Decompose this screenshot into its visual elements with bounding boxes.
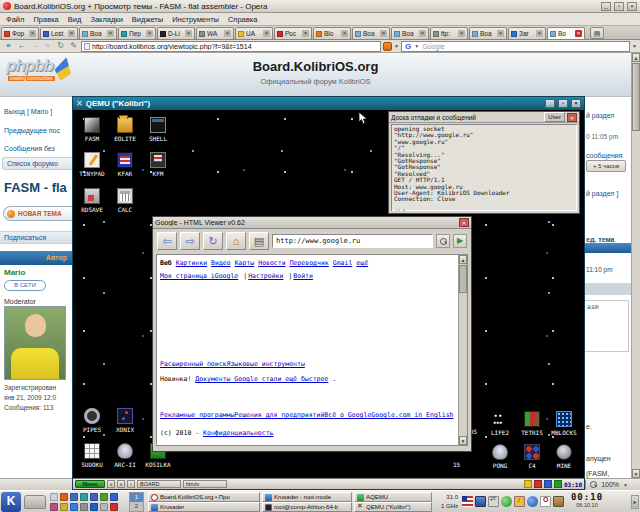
close-icon[interactable]: × — [627, 2, 637, 11]
show-desktop-icon[interactable] — [24, 495, 46, 509]
quick-launch-icon[interactable] — [70, 503, 78, 511]
scroll-up-icon[interactable] — [632, 53, 640, 62]
browser-tab[interactable]: Пер — [118, 27, 156, 39]
search-engine-dropdown-icon[interactable]: ▼ — [414, 43, 419, 49]
quick-launch-icon[interactable] — [50, 493, 58, 501]
desktop-icon-pong[interactable]: PONG — [482, 444, 518, 469]
kolibri-cpu-meter-icon[interactable] — [554, 480, 562, 488]
previous-post-link[interactable]: Предыдущее пос — [4, 127, 60, 134]
back-button[interactable] — [16, 41, 27, 52]
kolibri-task-button[interactable]: BOARD — [137, 480, 181, 488]
address-dropdown-icon[interactable]: ▼ — [394, 43, 399, 49]
subscribe-link[interactable]: Подписаться — [0, 231, 72, 244]
viewer-back-button[interactable] — [157, 232, 177, 250]
browser-tab[interactable]: Boa — [469, 27, 507, 39]
task-button[interactable]: Krusader — [148, 502, 260, 512]
kolibri-task-button[interactable]: htmlv — [183, 480, 227, 488]
viewer-new-page-button[interactable] — [249, 232, 269, 250]
html-viewer-titlebar[interactable]: Google - HTML Viewer v0.62 — [153, 217, 471, 229]
rewind-button[interactable] — [3, 41, 14, 52]
google-nav-link[interactable]: Картинки — [176, 259, 207, 267]
desktop-icon-tinypad[interactable]: TINYPAD — [74, 152, 110, 177]
kolibri-restore-all-icon[interactable]: ∧ — [117, 480, 125, 488]
feed-icon[interactable] — [383, 42, 392, 51]
desktop-icon-life2[interactable]: LIFE2 — [482, 411, 518, 436]
promo-link[interactable]: Документы Google стали ещё быстрее — [195, 375, 328, 383]
viewer-reload-button[interactable] — [203, 232, 223, 250]
tab-close-icon[interactable] — [68, 30, 75, 37]
quick-launch-icon[interactable] — [60, 503, 68, 511]
viewer-scrollbar[interactable] — [458, 255, 467, 445]
footer-links[interactable]: Рекламные программыРешения для предприят… — [160, 411, 454, 419]
google-account-link[interactable]: Войти — [293, 272, 313, 280]
address-bar[interactable]: http://board.kolibrios.org/viewtopic.php… — [81, 41, 381, 52]
browser-tab[interactable]: Рос — [274, 27, 312, 39]
quick-launch-icon[interactable] — [90, 493, 98, 501]
kolibri-tray-icon-3[interactable] — [544, 480, 552, 488]
clipboard-tray-icon[interactable] — [553, 496, 564, 507]
minimize-icon[interactable]: _ — [601, 2, 611, 11]
opera-titlebar[interactable]: Board.KolibriOS.org + Просмотр темы - FA… — [0, 0, 640, 13]
desktop-icon-arc-ii[interactable]: ARC-II — [107, 443, 143, 468]
google-nav-link[interactable]: Видео — [211, 259, 231, 267]
task-button[interactable]: QEMU ("Kolibri") — [354, 502, 432, 512]
browser-tab[interactable]: Lost — [40, 27, 78, 39]
new-topic-button[interactable]: НОВАЯ ТЕМА — [3, 206, 72, 221]
browser-tab[interactable]: UA — [235, 27, 273, 39]
tab-close-icon[interactable] — [29, 30, 36, 37]
search-dropdown-icon[interactable]: ▼ — [632, 43, 637, 49]
html-viewer-close-icon[interactable] — [459, 218, 469, 227]
kolibri-tray-icon-2[interactable] — [534, 480, 542, 488]
scroll-down-icon[interactable] — [632, 469, 640, 478]
unread-messages-link[interactable]: Сообщения без — [4, 145, 55, 152]
debug-board-user-button[interactable]: User — [544, 112, 565, 122]
google-account-link[interactable]: Настройки — [248, 272, 283, 280]
quick-launch-icon[interactable] — [60, 493, 68, 501]
transfer-icon[interactable] — [488, 496, 499, 507]
browser-tab[interactable]: Boa — [352, 27, 390, 39]
desktop-icon-mblocks[interactable]: MBLOCKS — [546, 411, 582, 436]
qemu-maximize-icon[interactable]: ▫ — [558, 99, 568, 108]
tab-close-icon[interactable] — [146, 30, 153, 37]
tab-close-icon[interactable] — [419, 30, 426, 37]
qemu-close-icon[interactable]: × — [571, 99, 581, 108]
desktop-icon-kfm[interactable]: KFM — [140, 152, 176, 177]
browser-tab[interactable]: WA — [196, 27, 234, 39]
messages-link[interactable]: сообщения — [586, 152, 623, 159]
google-nav-link[interactable]: ещё — [356, 259, 368, 267]
browser-tab[interactable]: Фор — [1, 27, 39, 39]
viewer-home-button[interactable] — [226, 232, 246, 250]
globe-tray-icon[interactable] — [527, 496, 538, 507]
tab-close-icon[interactable] — [536, 30, 543, 37]
reload-button[interactable] — [55, 41, 66, 52]
timezone-button[interactable]: + 5 часов — [586, 160, 626, 172]
menu-item[interactable]: Виджеты — [132, 15, 163, 24]
menu-item[interactable]: Инструменты — [172, 15, 219, 24]
maximize-icon[interactable]: ▫ — [614, 2, 624, 11]
browser-tab[interactable]: D-Li — [157, 27, 195, 39]
quick-launch-icon[interactable] — [50, 503, 58, 511]
tab-list-icon[interactable] — [590, 27, 604, 39]
kolibri-desktop[interactable]: RS 15 Доска отладки и сообщений User ope… — [73, 110, 584, 489]
advanced-search-link[interactable]: Расширенный поискЯзыковые инструменты — [160, 360, 305, 368]
viewer-go-button[interactable] — [453, 234, 467, 248]
kolibri-tray-icon-1[interactable] — [524, 480, 532, 488]
viewer-url-field[interactable]: http://www.google.ru — [272, 234, 433, 248]
debug-board-window[interactable]: Доска отладки и сообщений User opening s… — [388, 111, 580, 214]
keyboard-layout-icon[interactable] — [462, 496, 473, 507]
task-button[interactable]: root@comp-Athlon-64-b — [262, 502, 352, 512]
tab-close-icon[interactable] — [224, 30, 231, 37]
debug-board-close-icon[interactable] — [567, 113, 577, 122]
logout-link[interactable]: Выход [ Mario ] — [4, 108, 52, 115]
qemu-minimize-icon[interactable]: _ — [545, 99, 555, 108]
google-nav-link[interactable]: Карты — [235, 259, 255, 267]
desktop-icon-kfar[interactable]: KFAR — [107, 152, 143, 177]
section-link-2[interactable]: й раздел ] — [586, 190, 618, 197]
qemu-titlebar[interactable]: ✕ QEMU ("Kolibri") _ ▫ × — [73, 97, 584, 110]
opera-tray-icon[interactable] — [540, 496, 551, 507]
menu-item[interactable]: Правка — [33, 15, 58, 24]
section-link[interactable]: й раздел — [586, 112, 614, 119]
kolibri-switch-icon[interactable]: ↕ — [127, 480, 135, 488]
browser-tab[interactable]: Заг — [508, 27, 546, 39]
tab-close-icon[interactable] — [302, 30, 309, 37]
